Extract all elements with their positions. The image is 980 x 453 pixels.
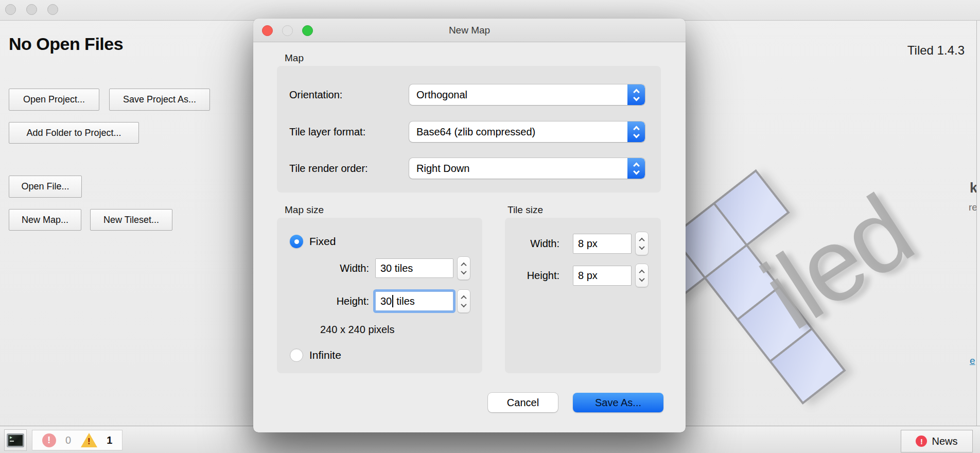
new-tileset-button[interactable]: New Tileset...: [90, 209, 172, 231]
map-size-section-label: Map size: [285, 204, 324, 216]
map-height-label: Height:: [315, 291, 369, 311]
map-width-stepper[interactable]: [457, 256, 470, 280]
stepper-up-icon: [461, 295, 466, 301]
minimize-window-button[interactable]: [26, 4, 37, 15]
map-height-field[interactable]: 30 tiles: [375, 291, 453, 311]
right-panel-edge: [976, 21, 980, 426]
map-pixel-size-note: 240 x 240 pixels: [320, 324, 395, 336]
save-project-as-button[interactable]: Save Project As...: [109, 89, 210, 111]
news-alert-badge-icon: !: [916, 435, 927, 447]
tile-layer-format-select[interactable]: Base64 (zlib compressed): [409, 121, 645, 142]
terminal-icon: [7, 433, 24, 447]
cancel-button[interactable]: Cancel: [488, 393, 558, 412]
warning-count: 1: [107, 434, 112, 446]
dialog-titlebar[interactable]: New Map: [253, 19, 686, 42]
fixed-radio[interactable]: [290, 235, 303, 248]
close-window-button[interactable]: [5, 4, 16, 15]
orientation-value: Orthogonal: [409, 89, 627, 101]
tile-size-section-label: Tile size: [507, 204, 543, 216]
map-width-value: 30 tiles: [380, 263, 413, 274]
chevron-up-down-icon: [627, 84, 645, 105]
dialog-title: New Map: [253, 19, 686, 42]
tile-width-stepper[interactable]: [635, 232, 649, 255]
stepper-down-icon: [461, 301, 466, 307]
stepper-up-icon: [461, 262, 466, 268]
issues-counter[interactable]: ! 0 ! 1: [32, 430, 122, 450]
tile-width-label: Width:: [508, 234, 559, 254]
stepper-down-icon: [639, 243, 644, 249]
infinite-radio-label: Infinite: [309, 349, 341, 362]
tile-width-value: 8 px: [578, 238, 598, 250]
warning-icon: !: [81, 433, 97, 447]
zoom-window-button[interactable]: [47, 4, 58, 15]
orientation-select[interactable]: Orthogonal: [409, 84, 645, 105]
dialog-close-button[interactable]: [262, 25, 273, 36]
chevron-up-down-icon: [627, 121, 645, 142]
open-file-button[interactable]: Open File...: [9, 176, 82, 198]
error-icon: !: [42, 433, 56, 447]
tile-layer-format-label: Tile layer format:: [289, 121, 365, 142]
map-height-value: 30: [380, 295, 392, 307]
tiled-app-window: { "window": { "traffic_lights": ["close"…: [0, 0, 980, 453]
tile-height-field[interactable]: 8 px: [573, 266, 632, 286]
dialog-zoom-button[interactable]: [302, 25, 313, 36]
news-button[interactable]: ! News: [901, 430, 973, 452]
map-width-field[interactable]: 30 tiles: [375, 258, 453, 278]
clipped-link-fragment[interactable]: e: [970, 355, 975, 367]
tile-render-order-value: Right Down: [409, 163, 627, 175]
tile-height-label: Height:: [508, 266, 559, 286]
stepper-up-icon: [639, 269, 644, 275]
error-count: 0: [65, 434, 71, 446]
text-caret: [392, 295, 393, 307]
map-height-unit: tiles: [396, 295, 415, 307]
map-section-label: Map: [285, 53, 304, 64]
stepper-down-icon: [639, 275, 644, 281]
map-height-stepper[interactable]: [457, 289, 470, 313]
orientation-label: Orientation:: [289, 84, 342, 105]
tiled-logo-watermark-text: iled: [666, 99, 980, 426]
news-button-label: News: [932, 435, 957, 447]
chevron-up-down-icon: [627, 158, 645, 179]
new-map-button[interactable]: New Map...: [9, 209, 81, 231]
page-title: No Open Files: [9, 34, 123, 54]
tile-render-order-label: Tile render order:: [289, 158, 368, 179]
app-version-label: Tiled 1.4.3: [907, 43, 965, 58]
dialog-minimize-button: [282, 25, 293, 36]
fixed-radio-label: Fixed: [309, 235, 336, 248]
tile-height-value: 8 px: [578, 270, 598, 282]
map-width-label: Width:: [315, 258, 369, 278]
tile-height-stepper[interactable]: [635, 264, 649, 287]
console-toggle-button[interactable]: [4, 429, 27, 451]
stepper-up-icon: [639, 237, 644, 243]
open-project-button[interactable]: Open Project...: [9, 89, 99, 111]
infinite-radio[interactable]: [290, 349, 303, 362]
main-window-titlebar: [0, 0, 980, 21]
new-map-dialog: New Map Map Orientation: Orthogonal Tile…: [253, 19, 686, 432]
tile-render-order-select[interactable]: Right Down: [409, 158, 645, 179]
save-as-button[interactable]: Save As...: [573, 393, 663, 412]
tile-layer-format-value: Base64 (zlib compressed): [409, 126, 627, 138]
add-folder-to-project-button[interactable]: Add Folder to Project...: [9, 122, 139, 144]
stepper-down-icon: [461, 268, 466, 274]
tile-width-field[interactable]: 8 px: [573, 234, 632, 254]
